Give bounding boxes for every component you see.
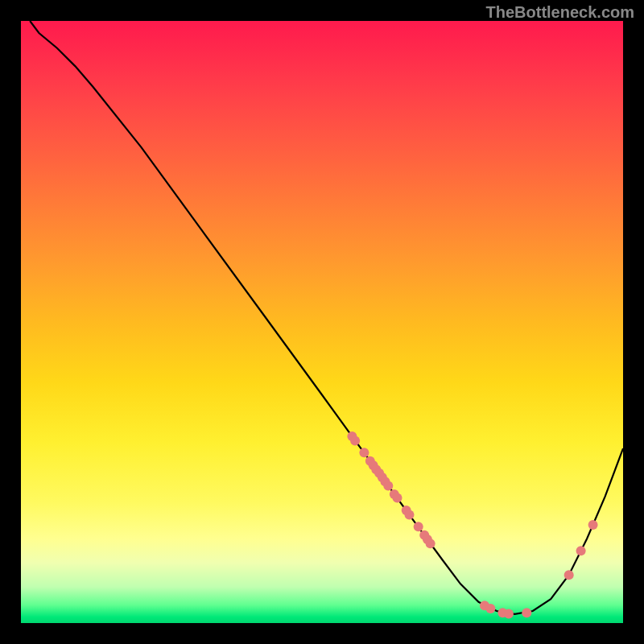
data-marker: [522, 608, 531, 617]
data-marker: [414, 522, 423, 531]
chart-svg: [21, 21, 623, 623]
data-marker: [359, 448, 369, 457]
marker-group: [347, 431, 597, 618]
data-marker: [350, 436, 360, 445]
data-marker: [405, 510, 415, 519]
watermark-label: TheBottleneck.com: [486, 3, 634, 22]
bottleneck-curve: [30, 21, 623, 614]
data-marker: [485, 604, 495, 613]
data-marker: [383, 481, 393, 491]
data-marker: [564, 570, 574, 580]
chart-container: [21, 21, 623, 623]
data-marker: [426, 539, 436, 548]
data-marker: [588, 520, 598, 530]
data-marker: [576, 546, 586, 555]
data-marker: [393, 493, 402, 502]
data-marker: [504, 609, 514, 618]
